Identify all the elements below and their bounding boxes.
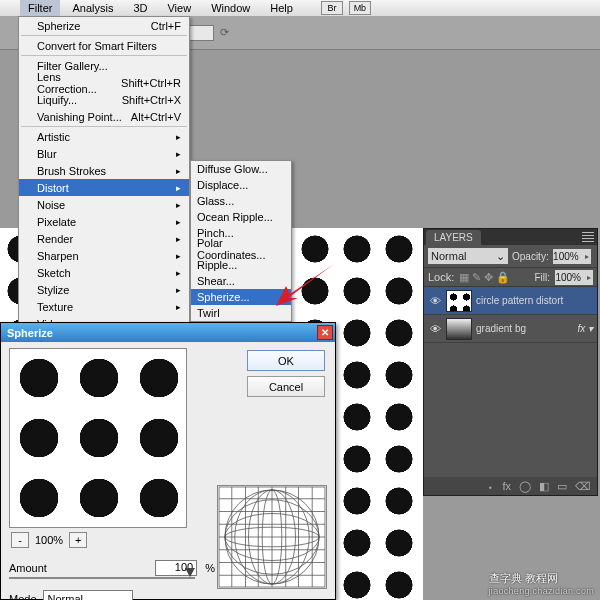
- lock-transparency-icon[interactable]: ▦: [459, 271, 469, 284]
- submenu-glass[interactable]: Glass...: [191, 193, 291, 209]
- layer-mask-icon[interactable]: ◯: [519, 480, 531, 493]
- menu-window[interactable]: Window: [203, 0, 258, 16]
- distort-submenu: Diffuse Glow... Displace... Glass... Oce…: [190, 160, 292, 322]
- delete-layer-icon[interactable]: ⌫: [575, 480, 591, 493]
- layer-item[interactable]: 👁 gradient bg fx ▾: [424, 315, 597, 343]
- menu-item-lens-correction[interactable]: Lens Correction...Shift+Ctrl+R: [19, 74, 189, 91]
- opacity-label: Opacity:: [512, 251, 549, 262]
- menubar: Filter Analysis 3D View Window Help Br M…: [0, 0, 600, 16]
- bridge-button[interactable]: Br: [321, 1, 343, 15]
- menu-analysis[interactable]: Analysis: [64, 0, 121, 16]
- menu-help[interactable]: Help: [262, 0, 301, 16]
- menu-cat-artistic[interactable]: Artistic: [19, 128, 189, 145]
- menu-cat-pixelate[interactable]: Pixelate: [19, 213, 189, 230]
- menu-cat-texture[interactable]: Texture: [19, 298, 189, 315]
- visibility-icon[interactable]: 👁: [428, 322, 442, 336]
- layer-name[interactable]: circle pattern distort: [476, 295, 563, 306]
- lock-label: Lock:: [428, 271, 454, 283]
- lock-position-icon[interactable]: ✥: [484, 271, 493, 284]
- submenu-displace[interactable]: Displace...: [191, 177, 291, 193]
- amount-slider[interactable]: [9, 572, 195, 584]
- chevron-down-icon: ⌄: [119, 593, 128, 601]
- fill-label: Fill:: [534, 272, 550, 283]
- menu-cat-noise[interactable]: Noise: [19, 196, 189, 213]
- zoom-controls: - 100% +: [11, 532, 87, 548]
- dialog-titlebar[interactable]: Spherize ✕: [1, 323, 335, 342]
- cancel-button[interactable]: Cancel: [247, 376, 325, 397]
- dialog-title: Spherize: [7, 327, 53, 339]
- blend-mode-select[interactable]: Normal⌄: [428, 248, 508, 264]
- layers-tabbar: LAYERS: [424, 229, 597, 245]
- submenu-diffuse-glow[interactable]: Diffuse Glow...: [191, 161, 291, 177]
- menu-separator: [21, 126, 187, 127]
- lock-all-icon[interactable]: 🔒: [496, 271, 510, 284]
- mode-select[interactable]: Normal ⌄: [43, 590, 133, 600]
- spherize-preview[interactable]: [9, 348, 187, 528]
- zoom-out-button[interactable]: -: [11, 532, 29, 548]
- zoom-in-button[interactable]: +: [69, 532, 87, 548]
- menu-separator: [21, 35, 187, 36]
- zoom-percentage: 100%: [35, 534, 63, 546]
- lock-paint-icon[interactable]: ✎: [472, 271, 481, 284]
- adjustment-layer-icon[interactable]: ◧: [539, 480, 549, 493]
- link-layers-icon[interactable]: ⬩: [487, 480, 494, 492]
- layers-footer: ⬩ fx ◯ ◧ ▭ ⌫: [424, 477, 597, 495]
- menu-cat-brush-strokes[interactable]: Brush Strokes: [19, 162, 189, 179]
- spherize-dialog: Spherize ✕ - 100% + OK Cancel Amount 100…: [0, 322, 336, 600]
- menu-cat-distort[interactable]: Distort: [19, 179, 189, 196]
- menu-cat-sketch[interactable]: Sketch: [19, 264, 189, 281]
- menu-item-smart-filters[interactable]: Convert for Smart Filters: [19, 37, 189, 54]
- submenu-polar-coordinates[interactable]: Polar Coordinates...: [191, 241, 291, 257]
- watermark: 查字典 教程网 jiaocheng.chazidian.com: [489, 569, 594, 596]
- layer-fx-badge[interactable]: fx ▾: [577, 323, 593, 334]
- menu-cat-blur[interactable]: Blur: [19, 145, 189, 162]
- menu-separator: [21, 55, 187, 56]
- slider-thumb-icon[interactable]: [185, 568, 195, 577]
- spherize-wireframe-preview: [217, 485, 327, 589]
- layer-thumbnail[interactable]: [446, 290, 472, 312]
- submenu-twirl[interactable]: Twirl: [191, 305, 291, 321]
- layer-name[interactable]: gradient bg: [476, 323, 526, 334]
- menu-item-last-filter[interactable]: Spherize Ctrl+F: [19, 17, 189, 34]
- layer-item[interactable]: 👁 circle pattern distort: [424, 287, 597, 315]
- refresh-icon[interactable]: ⟳: [220, 26, 229, 39]
- opacity-input[interactable]: 100%: [553, 249, 591, 264]
- fill-input[interactable]: 100%: [555, 270, 593, 285]
- ok-button[interactable]: OK: [247, 350, 325, 371]
- layers-list: 👁 circle pattern distort 👁 gradient bg f…: [424, 287, 597, 343]
- submenu-ocean-ripple[interactable]: Ocean Ripple...: [191, 209, 291, 225]
- submenu-shear[interactable]: Shear...: [191, 273, 291, 289]
- menu-cat-sharpen[interactable]: Sharpen: [19, 247, 189, 264]
- lock-icons: ▦ ✎ ✥ 🔒: [459, 271, 510, 284]
- layers-panel: LAYERS Normal⌄ Opacity: 100% Lock: ▦ ✎ ✥…: [423, 228, 598, 496]
- menu-3d[interactable]: 3D: [125, 0, 155, 16]
- menu-cat-render[interactable]: Render: [19, 230, 189, 247]
- menu-view[interactable]: View: [159, 0, 199, 16]
- menu-item-vanishing-point[interactable]: Vanishing Point...Alt+Ctrl+V: [19, 108, 189, 125]
- filter-menu: Spherize Ctrl+F Convert for Smart Filter…: [18, 16, 190, 350]
- visibility-icon[interactable]: 👁: [428, 294, 442, 308]
- mode-label: Mode: [9, 593, 37, 600]
- menu-cat-stylize[interactable]: Stylize: [19, 281, 189, 298]
- layer-style-icon[interactable]: fx: [502, 480, 511, 492]
- new-layer-icon[interactable]: ▭: [557, 480, 567, 493]
- mb-button[interactable]: Mb: [349, 1, 371, 15]
- layer-thumbnail[interactable]: [446, 318, 472, 340]
- panel-menu-icon[interactable]: [582, 232, 594, 242]
- menu-filter[interactable]: Filter: [20, 0, 60, 16]
- layers-tab[interactable]: LAYERS: [426, 230, 481, 245]
- close-button[interactable]: ✕: [317, 325, 333, 340]
- amount-unit: %: [205, 562, 215, 574]
- submenu-spherize[interactable]: Spherize...: [191, 289, 291, 305]
- chevron-down-icon: ⌄: [496, 250, 505, 263]
